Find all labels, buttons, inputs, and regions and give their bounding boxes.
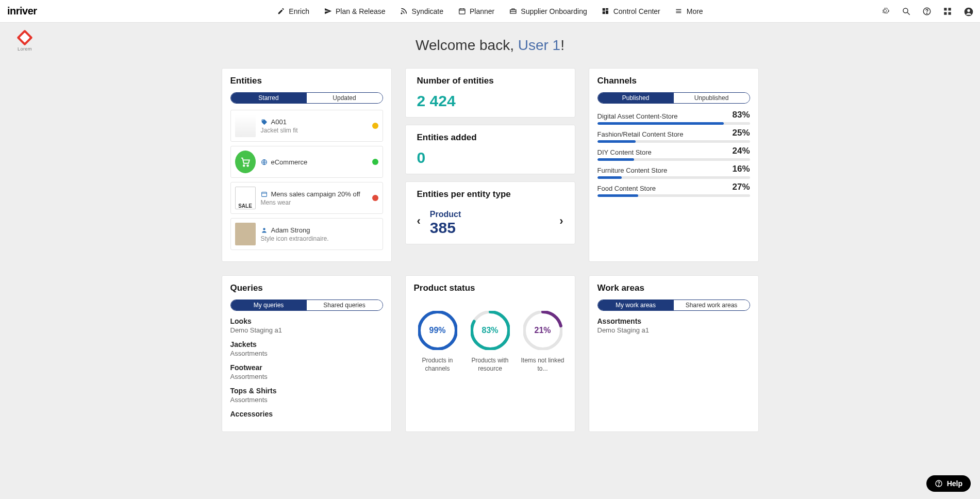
entities-per-type-title: Entities per entity type — [417, 189, 563, 199]
svg-rect-18 — [944, 8, 946, 10]
calendar-icon — [458, 7, 466, 15]
tab-unpublished[interactable]: Unpublished — [674, 93, 750, 103]
user-avatar-icon[interactable] — [964, 7, 973, 16]
sale-thumb: SALE — [235, 187, 256, 209]
entity-row[interactable]: SALEMens sales campaign 20% offMens wear — [230, 182, 383, 214]
query-item[interactable]: Tops & ShirtsAssortments — [230, 387, 383, 404]
donut-caption: Products with resource — [467, 356, 514, 373]
svg-point-14 — [903, 8, 908, 13]
channel-name: Digital Asset Content-Store — [597, 112, 678, 120]
nav-enrich[interactable]: Enrich — [277, 7, 309, 15]
channel-row[interactable]: Fashion/Retail Content Store25% — [597, 128, 750, 143]
query-title: Jackets — [230, 340, 383, 348]
channel-percent: 25% — [732, 128, 750, 138]
tab-shared-queries[interactable]: Shared queries — [307, 300, 383, 310]
svg-rect-10 — [603, 11, 605, 14]
workareas-card: Work areas My work areas Shared work are… — [589, 275, 759, 432]
nav-label: Supplier Onboarding — [521, 7, 587, 15]
main-nav: EnrichPlan & ReleaseSyndicatePlannerSupp… — [277, 7, 703, 15]
channels-tabs: Published Unpublished — [597, 92, 750, 104]
tag-icon — [261, 118, 268, 125]
svg-rect-21 — [949, 12, 951, 14]
menu-icon — [675, 7, 683, 15]
nav-plan-release[interactable]: Plan & Release — [324, 7, 386, 15]
entity-type-value: 385 — [430, 219, 550, 237]
status-dot — [372, 195, 378, 201]
header-actions — [881, 7, 973, 16]
workarea-item[interactable]: AssortmentsDemo Staging a1 — [597, 317, 750, 334]
entity-info: A001Jacket slim fit — [261, 118, 367, 134]
workarea-title: Assortments — [597, 317, 750, 325]
num-entities-title: Number of entities — [417, 76, 563, 86]
tab-shared-workareas[interactable]: Shared work areas — [674, 300, 750, 310]
query-item[interactable]: Accessories — [230, 410, 383, 418]
donut[interactable]: 99%Products in channels — [414, 311, 461, 373]
welcome-heading: Welcome back, User 1! — [0, 37, 980, 54]
nav-planner[interactable]: Planner — [458, 7, 494, 15]
entity-row[interactable]: A001Jacket slim fit — [230, 110, 383, 142]
next-entity-type-button[interactable]: › — [559, 214, 563, 228]
query-item[interactable]: FootwearAssortments — [230, 363, 383, 380]
cart-icon — [235, 151, 256, 173]
num-entities-value: 2 424 — [417, 92, 563, 110]
nav-label: Plan & Release — [336, 7, 386, 15]
entities-tabs: Starred Updated — [230, 92, 383, 104]
tenant-logo-icon — [16, 29, 32, 45]
help-widget[interactable]: Help — [926, 475, 971, 492]
entity-row[interactable]: eCommerce — [230, 146, 383, 178]
globe-icon — [261, 158, 268, 165]
entities-added-card: Entities added 0 — [405, 125, 575, 174]
nav-syndicate[interactable]: Syndicate — [400, 7, 443, 15]
channel-row[interactable]: DIY Content Store24% — [597, 146, 750, 161]
queries-title: Queries — [230, 283, 383, 293]
query-item[interactable]: LooksDemo Staging a1 — [230, 317, 383, 334]
svg-rect-7 — [603, 8, 605, 11]
channel-row[interactable]: Food Content Store27% — [597, 182, 750, 197]
entity-subtitle: Jacket slim fit — [261, 127, 367, 134]
channel-row[interactable]: Furniture Content Store16% — [597, 164, 750, 179]
help-circle-icon[interactable] — [922, 7, 932, 16]
channels-title: Channels — [597, 76, 750, 86]
query-sub: Assortments — [230, 350, 383, 357]
workarea-sub: Demo Staging a1 — [597, 326, 750, 334]
welcome-suffix: ! — [560, 37, 564, 53]
tab-starred[interactable]: Starred — [231, 93, 307, 103]
donut-caption: Items not linked to... — [519, 356, 567, 373]
search-icon[interactable] — [902, 7, 911, 16]
prev-entity-type-button[interactable]: ‹ — [417, 214, 421, 228]
tab-updated[interactable]: Updated — [307, 93, 383, 103]
channel-bar — [597, 140, 750, 143]
channel-row[interactable]: Digital Asset Content-Store83% — [597, 110, 750, 125]
product-status-title: Product status — [414, 283, 567, 293]
svg-point-25 — [247, 165, 248, 167]
tab-my-queries[interactable]: My queries — [231, 300, 307, 310]
entity-code: Adam Strong — [271, 226, 310, 234]
donut[interactable]: 21%Items not linked to... — [519, 311, 567, 373]
entities-added-title: Entities added — [417, 132, 563, 143]
nav-label: More — [687, 7, 703, 15]
apps-grid-icon[interactable] — [943, 7, 952, 16]
donut-percent: 83% — [471, 311, 510, 350]
entity-row[interactable]: Adam StrongStyle icon extraordinaire. — [230, 218, 383, 250]
entity-code: Mens sales campaign 20% off — [271, 190, 360, 198]
tab-my-workareas[interactable]: My work areas — [598, 300, 674, 310]
dashboard-icon — [602, 7, 610, 15]
query-sub: Assortments — [230, 373, 383, 380]
tab-published[interactable]: Published — [598, 93, 674, 103]
nav-control-center[interactable]: Control Center — [602, 7, 660, 15]
entities-per-type-card: Entities per entity type ‹ Product 385 › — [405, 181, 575, 244]
brand-logo[interactable]: inriver — [7, 5, 37, 17]
svg-point-29 — [263, 228, 265, 230]
donut[interactable]: 83%Products with resource — [467, 311, 514, 373]
nav-supplier-onboarding[interactable]: Supplier Onboarding — [509, 7, 587, 15]
query-item[interactable]: JacketsAssortments — [230, 340, 383, 357]
svg-line-15 — [907, 12, 910, 15]
entity-subtitle: Style icon extraordinaire. — [261, 235, 367, 242]
settings-gear-icon[interactable] — [881, 7, 890, 16]
nav-label: Control Center — [613, 7, 660, 15]
nav-more[interactable]: More — [675, 7, 703, 15]
channels-card: Channels Published Unpublished Digital A… — [589, 68, 759, 262]
svg-rect-8 — [606, 8, 608, 10]
entity-info: eCommerce — [261, 158, 367, 166]
channel-bar — [597, 194, 750, 197]
